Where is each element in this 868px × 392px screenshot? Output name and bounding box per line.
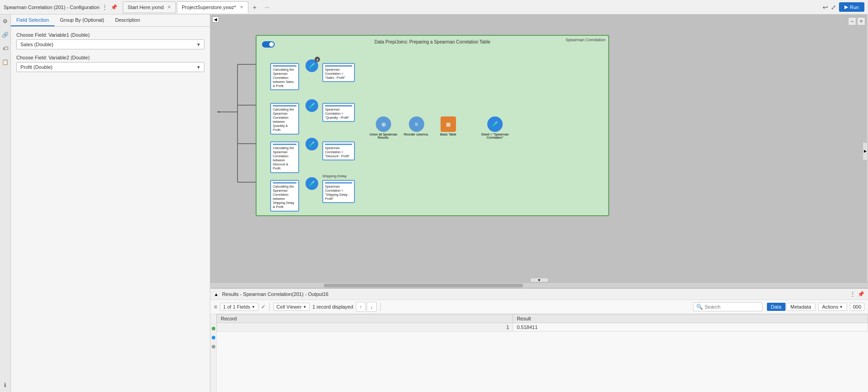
window-title: Spearman Correlation (201) - Configurati… <box>4 5 100 10</box>
tab-label: Start Here.yxmd <box>128 5 164 10</box>
new-tab-button[interactable]: + <box>249 2 260 13</box>
svg-marker-17 <box>217 111 219 113</box>
sc-node-4[interactable]: Spearman Correlation = "Shipping Delay :… <box>322 180 355 203</box>
config-panel: Field Selection Group By (Optional) Desc… <box>11 15 210 392</box>
union-node[interactable]: ⊕ Union all Spearman Results. <box>368 116 399 139</box>
fields-chevron: ▼ <box>252 305 255 309</box>
tab-project-superstore[interactable]: ProjectSuperstore.yxwz* ✕ <box>177 1 248 13</box>
search-input[interactable] <box>705 304 759 310</box>
panel-collapse-bottom[interactable]: ▼ <box>530 278 548 282</box>
flask-node-1[interactable]: 🧪 ● <box>305 59 318 72</box>
sheet-node[interactable]: 🧪 Sheet = "Spearman Correlation" <box>479 116 511 139</box>
canvas-area: − + ◀ <box>210 15 868 288</box>
field1-label: Choose Field: Variable1 (Double) <box>16 32 204 38</box>
top-bar: Spearman Correlation (201) - Configurati… <box>0 0 868 15</box>
scrollbar-thumb[interactable] <box>324 284 523 287</box>
results-table: Record Result 1 0.51841 <box>217 314 868 332</box>
clipboard-icon[interactable]: 📋 <box>0 57 10 67</box>
basic-table-node[interactable]: ▦ Basic Table <box>440 116 456 136</box>
field1-group: Choose Field: Variable1 (Double) Sales (… <box>16 32 204 49</box>
tab-description[interactable]: Description <box>110 15 145 26</box>
sc-node-2[interactable]: Spearman Correlation = "Quantity : Profi… <box>322 103 355 122</box>
cell-viewer-chevron: ▼ <box>303 305 306 309</box>
row-num-1: 1 <box>217 323 513 332</box>
tab-close-start[interactable]: ✕ <box>167 5 171 10</box>
results-panel: ▲ Results - Spearman Correlation(201) - … <box>210 288 868 392</box>
nav-down-btn[interactable]: ↓ <box>367 302 377 312</box>
config-tabs: Field Selection Group By (Optional) Desc… <box>11 15 210 27</box>
cell-viewer-btn[interactable]: Cell Viewer ▼ <box>273 303 310 311</box>
search-icon: 🔍 <box>696 304 703 310</box>
row-indicator-gray <box>212 345 215 348</box>
spearman-label: Spearman Correlation <box>566 38 606 42</box>
tab-label-active: ProjectSuperstore.yxwz* <box>182 5 236 10</box>
calc-box-4[interactable]: Calculating the Spearman Correlation bet… <box>270 180 299 212</box>
tab-more-button[interactable]: ··· <box>261 2 273 12</box>
run-icon: ▶ <box>844 4 848 10</box>
pin-icon[interactable]: 📌 <box>111 4 117 10</box>
flask-node-2[interactable]: 🧪 <box>305 99 318 112</box>
fields-selector[interactable]: 1 of 1 Fields ▼ <box>220 303 258 311</box>
col-header-result[interactable]: Result <box>513 315 868 323</box>
flask-node-3[interactable]: 🧪 <box>305 138 318 150</box>
nav-up-btn[interactable]: ↑ <box>356 302 366 312</box>
shipping-delay-label: Shipping Delay <box>322 174 347 178</box>
records-displayed: 1 record displayed <box>312 304 353 310</box>
canvas-scrollbar[interactable] <box>210 282 868 288</box>
result-value-1: 0.518411 <box>513 323 868 332</box>
fields-selector-label: 1 of 1 Fields <box>223 304 250 310</box>
history-icon[interactable]: ↩ <box>823 4 828 11</box>
more-options-icon[interactable]: ⋮ <box>102 4 108 11</box>
toggle-area[interactable] <box>262 41 275 48</box>
panel-collapse-right[interactable]: ▶ <box>863 142 868 160</box>
tab-start-here[interactable]: Start Here.yxmd ✕ <box>123 1 176 13</box>
results-expand-icon[interactable]: ▲ <box>214 292 218 297</box>
table-container: Record Result 1 0.51841 <box>210 314 868 392</box>
row-indicator-blue <box>212 336 215 339</box>
layout-icon[interactable]: ≡ <box>214 304 217 310</box>
search-box[interactable]: 🔍 <box>693 302 762 311</box>
run-button[interactable]: ▶ Run <box>839 2 864 12</box>
actions-button[interactable]: Actions ▼ <box>818 303 847 311</box>
settings-icon[interactable]: ⚙ <box>1 16 10 26</box>
tab-field-selection[interactable]: Field Selection <box>11 15 54 26</box>
sc-node-1[interactable]: Spearman Correlation = "Sales : Profit" <box>322 63 355 82</box>
row-indicator-green <box>212 327 215 330</box>
info-icon[interactable]: ℹ <box>2 380 8 390</box>
reorder-node[interactable]: ≡ Reorder columns. <box>404 116 429 136</box>
field2-label: Choose Field: Variable2 (Double) <box>16 55 204 60</box>
field2-group: Choose Field: Variable2 (Double) Sales (… <box>16 55 204 72</box>
side-indicators <box>210 314 217 392</box>
tag-icon[interactable]: 🏷 <box>1 44 10 53</box>
three-dots-button[interactable]: 000 <box>850 303 864 311</box>
container-label: Data Prep/Joins: Preparing a Spearman Co… <box>374 39 490 44</box>
zoom-out-button[interactable]: − <box>848 17 856 25</box>
sc-node-3[interactable]: Spearman Correlation = "Discount : Profi… <box>322 141 355 160</box>
link-icon[interactable]: 🔗 <box>0 30 10 40</box>
results-pin-icon[interactable]: 📌 <box>858 291 864 297</box>
tab-group-by[interactable]: Group By (Optional) <box>54 15 110 26</box>
zoom-in-button[interactable]: + <box>857 17 865 25</box>
table-wrapper[interactable]: Record Result 1 0.51841 <box>217 314 868 392</box>
col-header-record[interactable]: Record <box>217 315 513 323</box>
zoom-controls: − + <box>848 17 865 25</box>
canvas-collapse[interactable]: ◀ <box>212 16 219 23</box>
calc-box-2[interactable]: Calculating the Spearman Correlation bet… <box>270 103 299 135</box>
field1-select[interactable]: Sales (Double) Profit (Double) Quantity … <box>16 39 204 49</box>
tab-metadata[interactable]: Metadata <box>786 303 815 311</box>
results-header: ▲ Results - Spearman Correlation(201) - … <box>210 289 868 300</box>
config-content: Choose Field: Variable1 (Double) Sales (… <box>11 27 210 77</box>
results-more-icon[interactable]: ⋮ <box>849 290 856 298</box>
tab-close-project[interactable]: ✕ <box>240 5 243 10</box>
flask-node-4[interactable]: 🧪 <box>305 177 318 190</box>
results-title: Results - Spearman Correlation(201) - Ou… <box>222 291 329 297</box>
checkmark-icon[interactable]: ✓ <box>261 304 266 310</box>
tab-data[interactable]: Data <box>767 303 786 311</box>
green-container: Spearman Correlation Data Prep/Joins: Pr… <box>256 35 609 216</box>
calc-box-3[interactable]: Calculating the Spearman Correlation bet… <box>270 141 299 173</box>
field2-select[interactable]: Sales (Double) Profit (Double) Quantity … <box>16 62 204 72</box>
table-row: 1 0.518411 <box>217 323 868 332</box>
restore-icon[interactable]: ⤢ <box>831 4 836 11</box>
calc-box-1[interactable]: Calculating the Spearman Correlation bet… <box>270 63 299 90</box>
sidebar-icons: ⚙ 🔗 🏷 📋 ℹ <box>0 15 11 392</box>
